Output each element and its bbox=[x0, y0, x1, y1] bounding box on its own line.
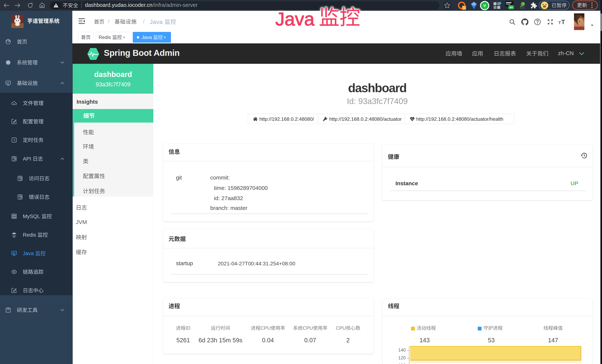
svg-text:Redis: Redis bbox=[99, 34, 111, 40]
svg-text:Java: Java bbox=[150, 19, 163, 25]
svg-text:Java: Java bbox=[23, 250, 34, 256]
svg-text:CPU: CPU bbox=[260, 325, 271, 331]
svg-text:V: V bbox=[483, 3, 486, 8]
svg-text:on: on bbox=[509, 6, 513, 9]
svg-text:1: 1 bbox=[463, 6, 465, 10]
svg-text:API: API bbox=[23, 156, 31, 162]
svg-text:T: T bbox=[561, 18, 565, 25]
svg-text:CPU: CPU bbox=[336, 325, 346, 331]
svg-text:Redis: Redis bbox=[23, 232, 36, 238]
svg-text:ID: ID bbox=[186, 325, 190, 331]
svg-text:Java: Java bbox=[275, 9, 314, 29]
svg-text:Java: Java bbox=[142, 34, 152, 40]
svg-text:T: T bbox=[559, 20, 561, 25]
svg-text:CPU: CPU bbox=[303, 325, 313, 331]
svg-text:MySQL: MySQL bbox=[23, 214, 40, 219]
